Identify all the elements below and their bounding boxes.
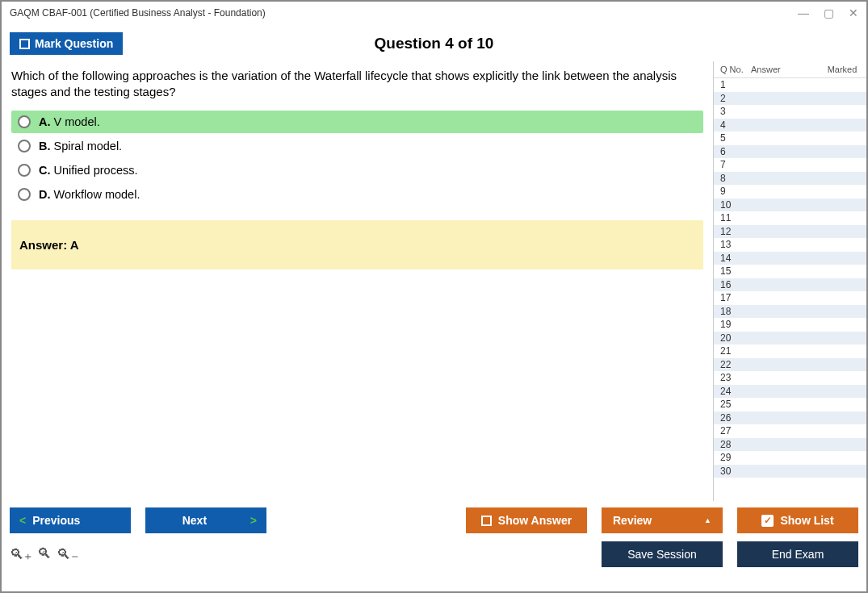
mark-question-button[interactable]: Mark Question [10,32,123,55]
button-row-2: 🔍︎₊ 🔍︎ 🔍︎₋ Save Session End Exam [10,541,858,567]
previous-button[interactable]: < Previous [10,507,131,533]
option-c[interactable]: C. Unified process. [11,159,703,182]
radio-icon [18,140,31,152]
header-qno: Q No. [720,65,751,74]
zoom-out-icon[interactable]: 🔍︎₋ [57,545,79,563]
radio-icon [18,164,31,177]
footer: < Previous Next > Show Answer Review ▲ ✓… [2,501,866,567]
mark-question-label: Mark Question [35,37,113,50]
check-icon: ✓ [761,515,774,527]
titlebar: GAQM CBAF-001 (Certified Business Analys… [2,2,866,24]
zoom-in-icon[interactable]: 🔍︎₊ [10,545,32,563]
zoom-reset-icon[interactable]: 🔍︎ [37,545,52,563]
question-list-row[interactable]: 5 [714,132,866,145]
question-list-row[interactable]: 20 [714,332,866,345]
close-icon[interactable]: ✕ [849,6,858,19]
question-list-row[interactable]: 22 [714,358,866,372]
option-a[interactable]: A. V model. [11,111,703,133]
question-list-header: Q No. Answer Marked [714,61,866,78]
question-list-row[interactable]: 27 [714,424,866,438]
option-d-label: D. Workflow model. [39,188,140,201]
window-controls: — ▢ ✕ [798,6,858,19]
question-list-row[interactable]: 17 [714,291,866,305]
chevron-up-icon: ▲ [704,516,711,524]
next-label: Next [145,514,244,527]
review-button[interactable]: Review ▲ [602,507,723,533]
question-list-row[interactable]: 25 [714,398,866,411]
header-marked: Marked [823,65,862,74]
save-session-button[interactable]: Save Session [602,541,723,567]
show-list-button[interactable]: ✓ Show List [737,507,858,533]
question-list-row[interactable]: 6 [714,145,866,159]
question-list-row[interactable]: 11 [714,211,866,225]
question-list-row[interactable]: 13 [714,238,866,252]
question-list-row[interactable]: 18 [714,305,866,319]
header-row: Mark Question Question 4 of 10 [2,24,866,61]
question-list-row[interactable]: 16 [714,278,866,292]
question-list-row[interactable]: 2 [714,92,866,106]
end-exam-label: End Exam [772,548,824,561]
question-list-row[interactable]: 21 [714,345,866,358]
end-exam-button[interactable]: End Exam [737,541,858,567]
question-title: Question 4 of 10 [375,35,494,52]
question-panel: Which of the following approaches is the… [2,61,713,501]
zoom-controls: 🔍︎₊ 🔍︎ 🔍︎₋ [10,545,79,563]
option-c-label: C. Unified process. [39,164,138,177]
radio-icon [18,115,31,128]
checkbox-icon [481,516,492,526]
question-list-row[interactable]: 1 [714,78,866,92]
show-list-label: Show List [780,514,833,527]
question-list-row[interactable]: 8 [714,172,866,186]
minimize-icon[interactable]: — [798,6,809,19]
radio-icon [18,188,31,201]
show-answer-button[interactable]: Show Answer [466,507,587,533]
question-list-row[interactable]: 23 [714,371,866,385]
question-list-row[interactable]: 10 [714,198,866,212]
show-answer-label: Show Answer [498,514,572,527]
chevron-right-icon: > [250,514,257,527]
question-list-row[interactable]: 14 [714,252,866,265]
question-list-row[interactable]: 4 [714,119,866,132]
option-d[interactable]: D. Workflow model. [11,183,703,206]
question-list-row[interactable]: 15 [714,265,866,278]
checkbox-icon [19,39,30,49]
button-row-1: < Previous Next > Show Answer Review ▲ ✓… [10,507,858,533]
question-list-row[interactable]: 3 [714,105,866,119]
question-text: Which of the following approaches is the… [11,68,703,101]
question-list-row[interactable]: 19 [714,318,866,332]
option-b-label: B. Spiral model. [39,140,122,152]
option-b[interactable]: B. Spiral model. [11,135,703,157]
question-list-row[interactable]: 29 [714,451,866,465]
next-button[interactable]: Next > [145,507,266,533]
question-list-row[interactable]: 24 [714,385,866,399]
header-answer: Answer [751,65,823,74]
maximize-icon[interactable]: ▢ [824,6,834,19]
question-list-row[interactable]: 7 [714,158,866,172]
chevron-left-icon: < [19,514,26,527]
previous-label: Previous [32,514,80,527]
main-row: Which of the following approaches is the… [2,61,866,501]
question-list-row[interactable]: 9 [714,185,866,198]
question-list-panel: Q No. Answer Marked 12345678910111213141… [713,61,866,501]
question-list-row[interactable]: 12 [714,225,866,239]
save-session-label: Save Session [627,548,697,561]
question-list-rows[interactable]: 1234567891011121314151617181920212223242… [714,78,866,501]
window-title: GAQM CBAF-001 (Certified Business Analys… [10,7,798,19]
question-list-row[interactable]: 30 [714,465,866,478]
answer-box: Answer: A [11,220,703,269]
review-label: Review [613,514,652,527]
question-list-row[interactable]: 28 [714,438,866,452]
option-a-label: A. V model. [39,115,100,128]
question-list-row[interactable]: 26 [714,411,866,425]
